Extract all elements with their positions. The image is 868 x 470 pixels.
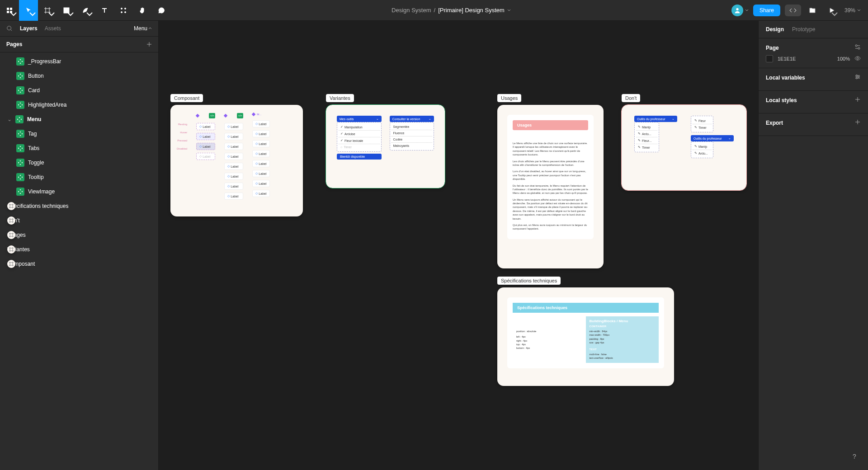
pages-header-label: Pages bbox=[6, 41, 22, 47]
svg-rect-22 bbox=[22, 90, 23, 91]
present-button[interactable] bbox=[824, 0, 840, 21]
breadcrumb-parent[interactable]: Design System bbox=[392, 7, 431, 14]
frame-spec[interactable]: Spécifications techniques Spécifications… bbox=[497, 287, 674, 386]
frame-icon bbox=[7, 260, 15, 268]
text-tool[interactable] bbox=[95, 0, 114, 21]
layer-tree[interactable]: _ProgressBar Button Card HighlightedArea… bbox=[0, 52, 158, 273]
layer-spec[interactable]: Spécifications techniques bbox=[0, 199, 158, 213]
frame-label[interactable]: Don't bbox=[622, 94, 640, 102]
dont-example-1: Outils du professeur⌄ ✎Manip ✎Ardo... ✎F… bbox=[634, 116, 677, 158]
visibility-icon[interactable] bbox=[854, 55, 861, 62]
design-tab[interactable]: Design bbox=[766, 26, 784, 33]
user-avatar-menu[interactable] bbox=[731, 5, 749, 16]
breadcrumb-current[interactable]: [Primaire] Design System bbox=[438, 7, 505, 14]
shape-tool[interactable] bbox=[57, 0, 76, 21]
move-tool[interactable] bbox=[19, 0, 38, 21]
toolbar-actions: Share 39% bbox=[731, 0, 868, 21]
color-hex[interactable]: 1E1E1E bbox=[778, 56, 796, 61]
page-color-row[interactable]: 1E1E1E 100% bbox=[766, 55, 861, 62]
svg-rect-12 bbox=[20, 63, 21, 64]
frame-icon bbox=[7, 202, 15, 210]
local-styles-section[interactable]: Local styles bbox=[759, 91, 868, 113]
frame-variantes[interactable]: Variantes Mes outils⌄ ✓Manipulation ✓Ard… bbox=[326, 105, 445, 188]
svg-rect-28 bbox=[19, 121, 20, 122]
svg-rect-23 bbox=[20, 103, 21, 103]
comment-tool[interactable] bbox=[152, 0, 171, 21]
color-swatch[interactable] bbox=[766, 55, 773, 62]
svg-rect-33 bbox=[18, 133, 19, 135]
layer-variantes[interactable]: Variantes bbox=[0, 242, 158, 257]
state-pressed: Pressed bbox=[177, 139, 187, 142]
export-section[interactable]: Export bbox=[759, 113, 868, 136]
search-icon[interactable] bbox=[6, 25, 13, 32]
layer-card[interactable]: Card bbox=[0, 83, 158, 98]
svg-rect-14 bbox=[22, 61, 23, 62]
layer-composant[interactable]: Composant bbox=[0, 257, 158, 271]
share-button[interactable]: Share bbox=[753, 5, 780, 16]
layer-highlighted[interactable]: HighlightedArea bbox=[0, 98, 158, 112]
breadcrumb[interactable]: Design System / [Primaire] Design System bbox=[392, 7, 511, 14]
color-opacity[interactable]: 100% bbox=[837, 56, 850, 61]
svg-point-52 bbox=[858, 47, 860, 49]
zoom-display[interactable]: 39% bbox=[844, 7, 861, 14]
page-selector-label: Menu bbox=[134, 25, 147, 32]
dev-mode-button[interactable] bbox=[785, 5, 801, 16]
help-button[interactable]: ? bbox=[848, 450, 861, 463]
prototype-tab[interactable]: Prototype bbox=[792, 26, 815, 33]
usage-card: Usages Overview Le Menu affiche une list… bbox=[507, 115, 594, 239]
library-button[interactable] bbox=[806, 0, 819, 21]
assets-tab[interactable]: Assets bbox=[45, 25, 61, 32]
layers-tab[interactable]: Layers bbox=[20, 25, 38, 32]
usage-paragraph: Un Menu sera toujours affiché autour du … bbox=[513, 198, 588, 221]
layer-viewimage[interactable]: ViewImage bbox=[0, 184, 158, 199]
layer-button[interactable]: Button bbox=[0, 69, 158, 83]
layer-label: Tooltip bbox=[28, 174, 44, 180]
plus-icon[interactable] bbox=[854, 119, 861, 127]
add-page-icon[interactable] bbox=[146, 42, 152, 47]
component-icon bbox=[16, 130, 24, 138]
main-menu-button[interactable] bbox=[0, 0, 19, 21]
frame-usages[interactable]: Usages Usages Overview Le Menu affiche u… bbox=[497, 105, 604, 268]
frame-label[interactable]: Variantes bbox=[326, 94, 354, 102]
layer-label: Toggle bbox=[28, 160, 44, 166]
frame-tool[interactable] bbox=[38, 0, 57, 21]
styles-icon[interactable] bbox=[854, 44, 861, 52]
layer-usages[interactable]: Usages bbox=[0, 228, 158, 242]
layer-toggle[interactable]: Toggle bbox=[0, 155, 158, 170]
layer-tabs[interactable]: Tabs bbox=[0, 141, 158, 155]
layer-tooltip[interactable]: Tooltip bbox=[0, 170, 158, 184]
layer-dont[interactable]: Don't bbox=[0, 213, 158, 228]
page-selector[interactable]: Menu bbox=[134, 25, 152, 32]
frame-label[interactable]: Composant bbox=[170, 94, 203, 102]
layer-tag[interactable]: Tag bbox=[0, 127, 158, 141]
resources-tool[interactable] bbox=[114, 0, 133, 21]
state-resting: Resting bbox=[178, 123, 187, 126]
pen-tool[interactable] bbox=[76, 0, 95, 21]
chevron-down-icon[interactable]: ⌄ bbox=[7, 116, 12, 122]
svg-rect-35 bbox=[20, 146, 21, 147]
svg-point-6 bbox=[125, 8, 126, 9]
settings-icon[interactable] bbox=[854, 74, 861, 81]
svg-rect-31 bbox=[20, 132, 21, 132]
layer-label: Tabs bbox=[28, 145, 39, 151]
avatar bbox=[731, 5, 743, 16]
local-styles-label: Local styles bbox=[766, 97, 797, 103]
local-variables-section[interactable]: Local variables bbox=[759, 68, 868, 91]
chevron-down-icon[interactable] bbox=[507, 9, 511, 12]
layer-menu[interactable]: ⌄Menu bbox=[0, 112, 158, 127]
frame-dont[interactable]: Don't Outils du professeur⌄ ✎Manip ✎Ardo… bbox=[622, 105, 746, 190]
canvas[interactable]: Composant Resting Hover Pressed Disabled… bbox=[159, 21, 758, 470]
layer-progressbar[interactable]: _ProgressBar bbox=[0, 54, 158, 69]
toolbar-tools bbox=[0, 0, 171, 20]
frame-composant[interactable]: Composant Resting Hover Pressed Disabled… bbox=[170, 105, 303, 216]
chevron-down-icon bbox=[745, 9, 749, 12]
frame-label[interactable]: Usages bbox=[497, 94, 521, 102]
plus-icon[interactable] bbox=[854, 96, 861, 104]
layer-label: Tag bbox=[28, 131, 37, 137]
layer-label: _ProgressBar bbox=[28, 58, 61, 65]
hand-tool[interactable] bbox=[133, 0, 152, 21]
svg-rect-2 bbox=[7, 11, 9, 13]
svg-rect-21 bbox=[18, 90, 19, 91]
menu-example-2: Consulter la version⌄ Segmentée Fluence … bbox=[390, 116, 434, 160]
frame-label[interactable]: Spécifications techniques bbox=[497, 277, 561, 285]
